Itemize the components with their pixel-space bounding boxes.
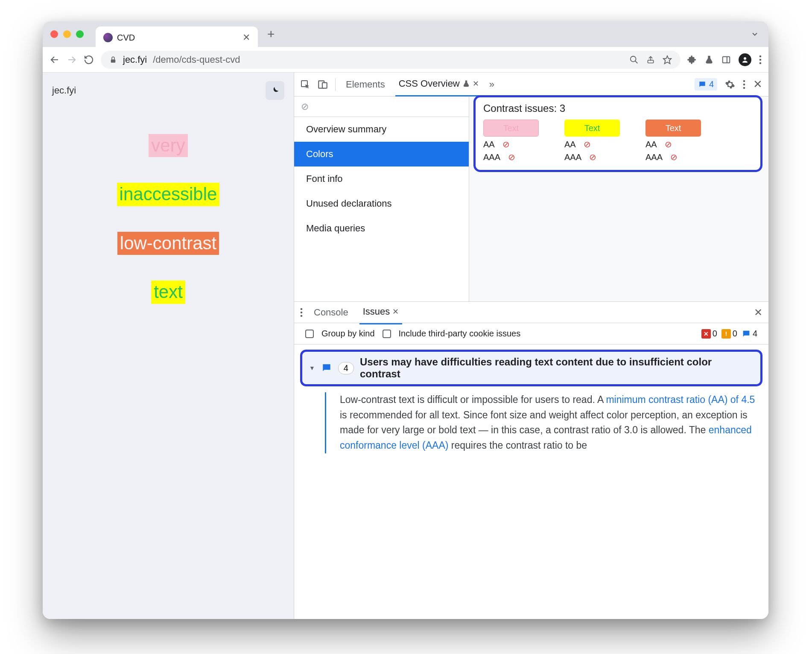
drawer-tab-issues[interactable]: Issues✕	[359, 301, 403, 324]
contrast-title: Contrast issues: 3	[483, 102, 753, 114]
drawer-tab-console[interactable]: Console	[310, 301, 352, 324]
forward-button[interactable]	[67, 55, 77, 65]
fail-icon: ⊘	[508, 152, 515, 162]
close-tab-icon[interactable]: ✕	[473, 79, 479, 88]
issue-count-pill: 4	[338, 362, 354, 374]
tab-title: CVD	[117, 33, 135, 43]
tab-elements[interactable]: Elements	[342, 73, 388, 96]
sidebar-item-media[interactable]: Media queries	[294, 216, 469, 241]
theme-toggle[interactable]	[266, 81, 284, 100]
reload-button[interactable]	[84, 55, 94, 65]
inspect-icon[interactable]	[300, 79, 310, 90]
back-button[interactable]	[50, 55, 60, 65]
extension-icons	[687, 53, 762, 66]
settings-icon[interactable]	[725, 79, 735, 90]
contrast-issues-box: Contrast issues: 3 Text AA⊘ AAA⊘ Text AA…	[473, 95, 762, 172]
tab-css-overview[interactable]: CSS Overview ✕	[395, 73, 482, 96]
css-overview-sidebar: ⊘ Overview summary Colors Font info Unus…	[294, 96, 469, 301]
svg-point-12	[759, 62, 762, 64]
sidepanel-icon[interactable]	[721, 55, 731, 64]
titlebar: CVD ✕ +	[43, 21, 768, 47]
flask-icon	[462, 80, 470, 88]
drawer-menu-icon[interactable]	[300, 308, 303, 317]
svg-point-3	[631, 56, 636, 61]
svg-point-18	[743, 87, 745, 89]
issues-chip[interactable]: 4	[695, 78, 717, 91]
info-count[interactable]: 4	[742, 329, 757, 339]
svg-point-9	[744, 57, 746, 60]
label-third-party: Include third-party cookie issues	[399, 329, 521, 339]
contrast-swatch-1[interactable]: Text AA⊘ AAA⊘	[483, 120, 539, 162]
clear-icon[interactable]: ⊘	[301, 101, 309, 112]
fail-icon: ⊘	[665, 139, 672, 149]
kebab-menu-icon[interactable]	[743, 80, 745, 89]
close-window-button[interactable]	[50, 30, 58, 38]
checkbox-group-by-kind[interactable]	[305, 330, 314, 338]
svg-point-11	[759, 58, 762, 61]
zoom-icon[interactable]	[629, 55, 639, 64]
svg-point-19	[301, 308, 303, 310]
issue-title: Users may have difficulties reading text…	[360, 356, 754, 380]
devtools-drawer: Console Issues✕ ✕ Group by kind Include …	[294, 301, 768, 619]
error-count[interactable]: ✕0	[701, 329, 717, 339]
issue-icon	[321, 362, 332, 374]
svg-point-16	[743, 80, 745, 82]
svg-marker-6	[663, 55, 671, 63]
close-tab-icon[interactable]: ✕	[242, 32, 250, 43]
device-toggle-icon[interactable]	[317, 79, 328, 90]
svg-line-4	[635, 61, 638, 63]
sidebar-item-unused[interactable]: Unused declarations	[294, 191, 469, 216]
checkbox-third-party[interactable]	[383, 330, 391, 338]
url-host: jec.fyi	[123, 54, 147, 65]
svg-rect-15	[322, 82, 327, 88]
svg-point-17	[743, 83, 745, 85]
maximize-window-button[interactable]	[76, 30, 84, 38]
close-drawer-icon[interactable]: ✕	[754, 307, 762, 318]
site-name: jec.fyi	[52, 85, 76, 96]
issue-header[interactable]: ▼ 4 Users may have difficulties reading …	[300, 350, 762, 386]
sample-text-2: inaccessible	[117, 183, 220, 206]
browser-window: CVD ✕ + jec.fyi/demo/cds-quest-cvd	[43, 21, 768, 619]
sample-text-1: very	[149, 134, 187, 157]
close-tab-icon[interactable]: ✕	[392, 307, 399, 316]
svg-point-21	[301, 315, 303, 317]
contrast-swatch-3[interactable]: Text AA⊘ AAA⊘	[646, 120, 701, 162]
warning-count[interactable]: !0	[721, 329, 737, 339]
sample-text-3: low-contrast	[117, 232, 219, 255]
tabs-menu-icon[interactable]	[751, 30, 759, 38]
svg-point-20	[301, 311, 303, 313]
fail-icon: ⊘	[589, 152, 596, 162]
close-devtools-icon[interactable]: ✕	[753, 78, 762, 91]
fail-icon: ⊘	[670, 152, 678, 162]
fail-icon: ⊘	[584, 139, 591, 149]
bookmark-icon[interactable]	[663, 55, 672, 64]
link-min-contrast[interactable]: minimum contrast ratio (AA) of 4.5	[606, 394, 755, 405]
svg-rect-7	[723, 56, 730, 63]
url-path: /demo/cds-quest-cvd	[153, 54, 240, 65]
fail-icon: ⊘	[502, 139, 510, 149]
browser-menu-icon[interactable]	[759, 55, 762, 64]
devtools-tabs: Elements CSS Overview ✕ » 4 ✕	[294, 73, 768, 96]
extensions-icon[interactable]	[687, 55, 697, 64]
labs-icon[interactable]	[704, 55, 714, 64]
devtools-panel: Elements CSS Overview ✕ » 4 ✕	[294, 73, 768, 619]
css-overview-main: Contrast issues: 3 Text AA⊘ AAA⊘ Text AA…	[469, 96, 768, 301]
contrast-swatch-2[interactable]: Text AA⊘ AAA⊘	[564, 120, 620, 162]
profile-avatar[interactable]	[739, 53, 751, 66]
window-controls	[50, 30, 84, 38]
svg-point-10	[759, 55, 762, 57]
sidebar-item-font[interactable]: Font info	[294, 166, 469, 191]
more-tabs-icon[interactable]: »	[489, 79, 494, 90]
share-icon[interactable]	[646, 55, 655, 64]
browser-tab[interactable]: CVD ✕	[96, 26, 258, 49]
address-bar[interactable]: jec.fyi/demo/cds-quest-cvd	[101, 51, 681, 69]
disclosure-triangle-icon[interactable]: ▼	[309, 365, 315, 371]
minimize-window-button[interactable]	[63, 30, 71, 38]
new-tab-button[interactable]: +	[267, 27, 275, 41]
lock-icon[interactable]	[109, 56, 117, 64]
favicon-icon	[103, 33, 113, 42]
sidebar-item-overview[interactable]: Overview summary	[294, 117, 469, 142]
issue-description: Low-contrast text is difficult or imposs…	[325, 392, 762, 453]
sidebar-item-colors[interactable]: Colors	[294, 142, 469, 166]
toolbar: jec.fyi/demo/cds-quest-cvd	[43, 47, 768, 73]
